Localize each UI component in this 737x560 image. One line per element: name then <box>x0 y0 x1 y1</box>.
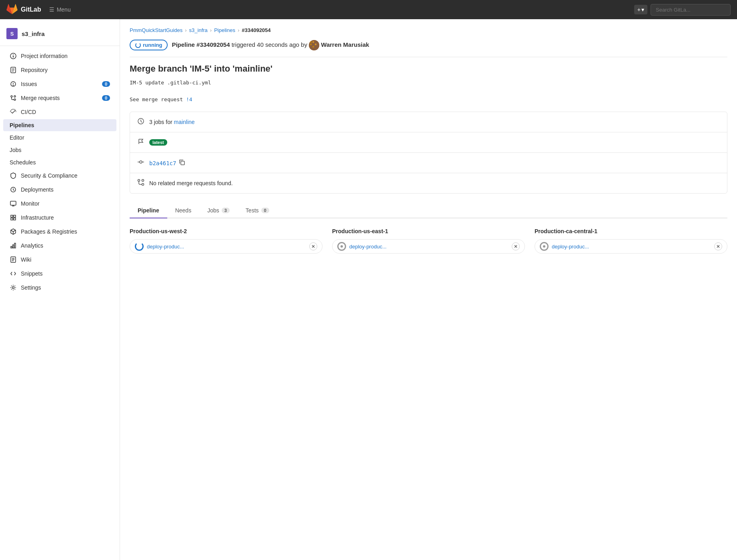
commit-title: Merge branch 'IM-5' into 'mainline' <box>130 64 727 74</box>
copy-sha-button[interactable] <box>178 159 186 167</box>
job-name-us-east-1: deploy-produc... <box>349 244 509 250</box>
svg-point-11 <box>14 99 16 100</box>
gitlab-logo[interactable]: GitLab <box>6 4 41 15</box>
clock-icon <box>137 118 144 126</box>
sidebar-item-merge-requests[interactable]: Merge requests 0 <box>3 91 116 105</box>
editor-label: Editor <box>10 134 24 141</box>
pipelines-label: Pipelines <box>10 122 34 128</box>
menu-button[interactable]: ☰ Menu <box>49 6 71 13</box>
sha-info-text: b2a461c7 <box>149 159 186 167</box>
job-cancel-button-us-west-2[interactable] <box>309 242 317 250</box>
svg-rect-25 <box>11 246 12 248</box>
tab-needs[interactable]: Needs <box>167 203 199 218</box>
sidebar-sub-item-pipelines[interactable]: Pipelines <box>3 119 116 131</box>
svg-rect-39 <box>315 44 316 45</box>
tab-jobs[interactable]: Jobs 3 <box>199 203 238 218</box>
info-icon <box>10 53 17 59</box>
pipeline-header: running Pipeline #334092054 triggered 40… <box>130 40 727 57</box>
commit-line-1: IM-5 update .gitlab-ci.yml <box>130 79 727 87</box>
sidebar-item-issues[interactable]: Issues 0 <box>3 77 116 91</box>
repository-icon <box>10 67 17 73</box>
svg-rect-35 <box>312 41 314 43</box>
sidebar-item-monitor[interactable]: Monitor <box>3 197 116 210</box>
branch-link[interactable]: mainline <box>174 119 195 125</box>
cicd-icon <box>10 109 17 115</box>
svg-point-50 <box>142 180 144 182</box>
shield-icon <box>10 172 17 179</box>
pipeline-status-text: running <box>143 42 162 48</box>
svg-rect-34 <box>310 41 312 43</box>
global-search-input[interactable] <box>651 4 731 16</box>
svg-rect-20 <box>11 218 13 220</box>
sidebar-item-snippets[interactable]: Snippets <box>3 267 116 280</box>
chevron-down-icon: ▾ <box>641 6 644 13</box>
sidebar-sub-item-schedules[interactable]: Schedules <box>3 156 116 168</box>
tab-tests[interactable]: Tests 0 <box>238 203 277 218</box>
analytics-icon <box>10 242 17 249</box>
job-card-ca-central-1[interactable]: deploy-produc... <box>535 239 727 254</box>
commit-sha-link[interactable]: b2a461c7 <box>149 160 176 166</box>
pipeline-stage-columns: Production-us-west-2 deploy-produc... Pr… <box>130 228 727 254</box>
pipeline-column-us-east-1: Production-us-east-1 deploy-produc... <box>332 228 525 254</box>
sidebar-item-deployments[interactable]: Deployments <box>3 183 116 196</box>
breadcrumb-s3infra[interactable]: s3_infra <box>189 27 208 33</box>
commit-line-mr: See merge request !4 <box>130 96 727 104</box>
cancel-icon-east <box>514 244 518 248</box>
column-title-us-west-2: Production-us-west-2 <box>130 228 322 234</box>
monitor-icon <box>10 200 17 207</box>
pipeline-column-ca-central-1: Production-ca-central-1 deploy-produc... <box>535 228 727 254</box>
svg-point-9 <box>13 85 14 86</box>
sidebar-item-packages-registries[interactable]: Packages & Registries <box>3 225 116 238</box>
pipeline-id-label: Pipeline #334092054 <box>172 41 230 48</box>
pipeline-user-name: Warren Marusiak <box>321 41 369 48</box>
avatar <box>309 40 319 50</box>
svg-rect-40 <box>310 46 312 48</box>
packages-icon <box>10 228 17 235</box>
svg-point-2 <box>13 54 14 55</box>
sidebar-label-infrastructure: Infrastructure <box>21 214 54 221</box>
job-cancel-button-us-east-1[interactable] <box>512 242 520 250</box>
sidebar-sub-item-jobs[interactable]: Jobs <box>3 144 116 156</box>
deployments-icon <box>10 186 17 193</box>
job-card-us-east-1[interactable]: deploy-produc... <box>332 239 525 254</box>
svg-rect-38 <box>312 44 314 45</box>
breadcrumb-pmm[interactable]: PmmQuickStartGuides <box>130 27 182 33</box>
sidebar-item-project-information[interactable]: Project information <box>3 49 116 63</box>
sidebar-sub-item-editor[interactable]: Editor <box>3 132 116 144</box>
job-name-us-west-2: deploy-produc... <box>147 244 306 250</box>
info-row-no-mr: No related merge requests found. <box>130 173 727 193</box>
svg-point-10 <box>11 96 12 97</box>
no-merge-requests-text: No related merge requests found. <box>149 180 233 186</box>
sidebar-item-wiki[interactable]: Wiki <box>3 253 116 266</box>
tab-jobs-badge: 3 <box>222 208 230 213</box>
merge-request-link[interactable]: !4 <box>186 96 192 102</box>
sidebar-label-merge-requests: Merge requests <box>21 95 60 101</box>
svg-rect-26 <box>13 245 14 248</box>
svg-point-49 <box>142 184 144 186</box>
info-row-sha: b2a461c7 <box>130 153 727 173</box>
sidebar-item-analytics[interactable]: Analytics <box>3 239 116 252</box>
breadcrumb-pipelines[interactable]: Pipelines <box>214 27 235 33</box>
new-item-button[interactable]: + ▾ <box>634 5 647 14</box>
page-layout: S s3_infra Project information Repositor… <box>0 19 737 560</box>
topnav-right: + ▾ <box>634 4 731 16</box>
sidebar-item-infrastructure[interactable]: Infrastructure <box>3 211 116 224</box>
svg-rect-18 <box>11 215 13 217</box>
sidebar-label-cicd: CI/CD <box>21 109 36 115</box>
column-title-ca-central-1: Production-ca-central-1 <box>535 228 727 234</box>
sidebar-item-settings[interactable]: Settings <box>3 281 116 294</box>
sidebar-item-security-compliance[interactable]: Security & Compliance <box>3 169 116 182</box>
wiki-icon <box>10 256 17 263</box>
job-card-us-west-2[interactable]: deploy-produc... <box>130 239 322 254</box>
project-header: S s3_infra <box>0 24 120 46</box>
sidebar: S s3_infra Project information Repositor… <box>0 19 120 560</box>
job-cancel-button-ca-central-1[interactable] <box>714 242 722 250</box>
sidebar-item-repository[interactable]: Repository <box>3 63 116 77</box>
job-status-pending-icon-east <box>337 242 346 251</box>
project-avatar: S <box>6 28 18 39</box>
tab-pipeline[interactable]: Pipeline <box>130 203 167 218</box>
sidebar-item-cicd[interactable]: CI/CD <box>3 105 116 119</box>
pipeline-column-us-west-2: Production-us-west-2 deploy-produc... <box>130 228 322 254</box>
job-status-pending-icon-ca <box>540 242 549 251</box>
svg-rect-42 <box>315 46 316 48</box>
